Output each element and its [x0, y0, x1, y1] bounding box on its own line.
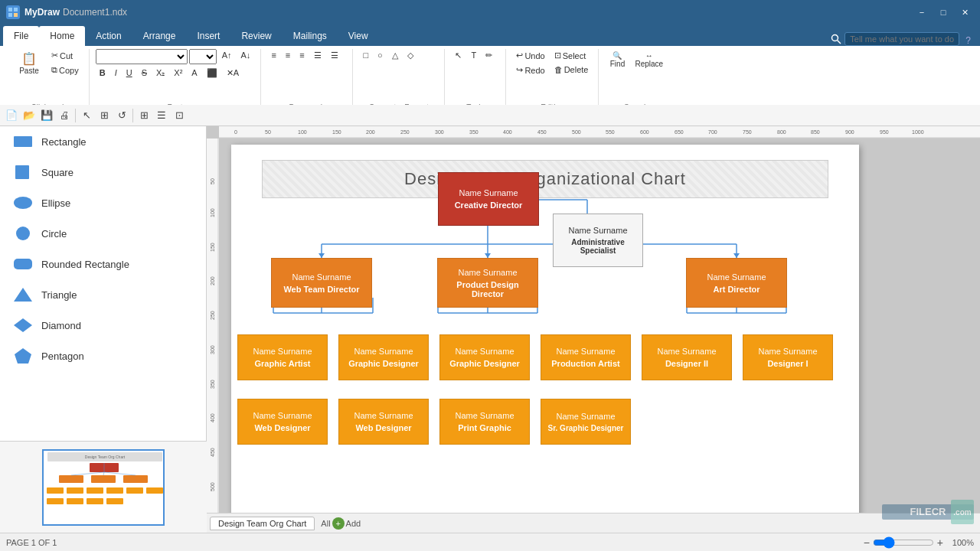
shape-pentagon[interactable]: Pentagon [0, 341, 206, 371]
box-graphic-designer-2[interactable]: Name Surname Graphic Designer [439, 334, 530, 380]
svg-text:300: 300 [210, 345, 215, 354]
box-art-director[interactable]: Name Surname Art Director [686, 258, 787, 308]
pointer-tool[interactable]: ↖ [451, 49, 466, 62]
geo-btn-1[interactable]: □ [359, 49, 372, 61]
org-chart-title: Design Team Organizational Chart [262, 160, 828, 198]
add-page-button[interactable]: + [332, 517, 345, 530]
gd2-name: Name Surname [440, 344, 529, 357]
list-bullets[interactable]: ☰ [310, 49, 325, 62]
zoom-slider[interactable] [873, 536, 934, 549]
tb-rotate[interactable]: ↺ [113, 107, 130, 124]
box-print-graphic[interactable]: Name Surname Print Graphic [439, 399, 530, 445]
list-numbers[interactable]: ☰ [327, 49, 342, 62]
minimize-button[interactable]: − [913, 5, 931, 19]
clear-format-button[interactable]: ✕A [223, 67, 243, 80]
box-graphic-artist[interactable]: Name Surname Graphic Artist [237, 334, 328, 380]
group-tools: ↖ T ✏ Tools [445, 49, 506, 112]
ribbon-content: 📋 Paste ✂ Cut ⧉ Copy Clipboard [0, 46, 980, 113]
shape-square[interactable]: Square [0, 157, 206, 187]
align-center[interactable]: ≡ [282, 49, 294, 61]
tb-print[interactable]: 🖨 [56, 107, 73, 124]
tb-list[interactable]: ☰ [153, 107, 170, 124]
font-size-select[interactable] [189, 49, 217, 64]
bold-button[interactable]: B [96, 67, 109, 79]
tb-grid[interactable]: ⊞ [136, 107, 152, 124]
tb-new[interactable]: 📄 [3, 107, 20, 124]
tab-view[interactable]: View [338, 26, 379, 46]
tb-save[interactable]: 💾 [38, 107, 55, 124]
svg-text:300: 300 [435, 129, 444, 135]
ribbon-help[interactable]: ? [965, 35, 977, 46]
tab-mailings[interactable]: Mailings [283, 26, 338, 46]
font-size-down[interactable]: A↓ [237, 49, 255, 61]
redo-button[interactable]: ↪ Redo [512, 64, 548, 77]
tab-action[interactable]: Action [85, 26, 132, 46]
font-color-button[interactable]: A [188, 67, 201, 79]
box-designer-i[interactable]: Name Surname Designer I [743, 334, 833, 380]
box-admin-specialist[interactable]: Name Surname Administrative Specialist [553, 214, 643, 267]
find-button[interactable]: 🔍 Find [605, 49, 629, 70]
tab-arrange[interactable]: Arrange [132, 26, 187, 46]
close-button[interactable]: ✕ [956, 5, 974, 19]
box-production-artist[interactable]: Name Surname Production Artist [541, 334, 631, 380]
zoom-out-button[interactable]: − [864, 536, 870, 549]
geo-btn-4[interactable]: ◇ [403, 49, 417, 62]
tb-panel[interactable]: ⊡ [171, 107, 188, 124]
all-pages-button[interactable]: All [321, 519, 330, 528]
align-left[interactable]: ≡ [267, 49, 279, 61]
canvas-tab-design-team[interactable]: Design Team Org Chart [210, 517, 315, 530]
box-web-designer-1[interactable]: Name Surname Web Designer [237, 399, 328, 445]
zoom-in-button[interactable]: + [937, 536, 943, 549]
tab-home[interactable]: Home [39, 26, 85, 46]
geo-btn-2[interactable]: ○ [374, 49, 387, 61]
cut-button[interactable]: ✂ Cut [47, 49, 83, 62]
strikethrough-button[interactable]: S [138, 67, 151, 79]
tb-pointer[interactable]: ↖ [78, 107, 95, 124]
ellipse-icon [12, 192, 34, 214]
tab-insert[interactable]: Insert [186, 26, 230, 46]
shape-rectangle[interactable]: Rectangle [0, 126, 206, 157]
pg-role: Print Graphic [440, 422, 529, 435]
font-size-up[interactable]: A↑ [218, 49, 236, 61]
copy-button[interactable]: ⧉ Copy [47, 64, 83, 77]
shape-ellipse[interactable]: Ellipse [0, 187, 206, 218]
underline-button[interactable]: U [122, 67, 136, 79]
pencil-tool[interactable]: ✏ [482, 49, 496, 62]
superscript-button[interactable]: X² [170, 67, 186, 79]
box-product-design-director[interactable]: Name Surname Product Design Director [437, 258, 538, 308]
triangle-icon [12, 284, 34, 305]
d2-role: Designer II [642, 357, 731, 371]
delete-button[interactable]: 🗑 Delete [550, 64, 593, 76]
paste-button[interactable]: 📋 Paste [12, 49, 46, 87]
box-sr-graphic-designer[interactable]: Name Surname Sr. Graphic Designer [541, 399, 631, 445]
box-creative-director[interactable]: Name Surname Creative Director [438, 172, 539, 226]
canvas-document[interactable]: Design Team Organizational Chart Name Su… [231, 145, 859, 513]
box-graphic-designer-1[interactable]: Name Surname Graphic Designer [338, 334, 429, 380]
canvas-area[interactable]: 0 50 100 150 200 250 300 350 400 450 500… [207, 126, 980, 513]
geo-btn-3[interactable]: △ [388, 49, 402, 62]
tb-select-all[interactable]: ⊞ [96, 107, 113, 124]
ribbon-search[interactable] [844, 32, 959, 46]
maximize-button[interactable]: □ [934, 5, 952, 19]
tab-review[interactable]: Review [230, 26, 282, 46]
select-button[interactable]: ⊡ Select [550, 49, 590, 62]
tab-file[interactable]: File [3, 26, 39, 46]
shape-diamond[interactable]: Diamond [0, 310, 206, 341]
italic-button[interactable]: I [111, 67, 121, 79]
box-designer-ii[interactable]: Name Surname Designer II [642, 334, 732, 380]
box-web-team-director[interactable]: Name Surname Web Team Director [271, 258, 372, 308]
thumbnail[interactable]: Design Team Org Chart [42, 449, 165, 526]
tb-open[interactable]: 📂 [21, 107, 38, 124]
box-web-designer-2[interactable]: Name Surname Web Designer [338, 399, 429, 445]
font-family-select[interactable] [96, 49, 188, 64]
shape-triangle[interactable]: Triangle [0, 279, 206, 310]
text-tool[interactable]: T [467, 49, 480, 61]
replace-button[interactable]: ↔ Replace [631, 49, 667, 70]
align-right[interactable]: ≡ [296, 49, 308, 61]
shape-circle[interactable]: Circle [0, 218, 206, 249]
svg-rect-88 [47, 498, 64, 504]
highlight-button[interactable]: ⬛ [203, 67, 221, 80]
undo-button[interactable]: ↩ Undo [512, 49, 548, 62]
subscript-button[interactable]: X₂ [152, 67, 168, 80]
shape-rounded-rect[interactable]: Rounded Rectangle [0, 249, 206, 279]
